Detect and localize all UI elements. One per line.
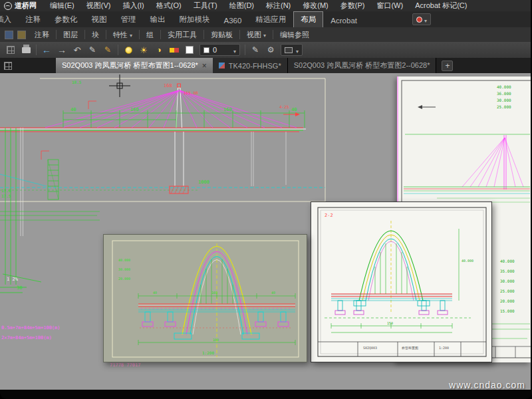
drawing-canvas[interactable]: 40 160 160 40 168 165.08 18.5 1 2% 30 17… bbox=[0, 73, 531, 390]
tower-elevation-label: 165.08 bbox=[184, 90, 198, 95]
undo-icon[interactable] bbox=[72, 44, 82, 56]
lightbulb-icon[interactable] bbox=[123, 44, 134, 56]
stay-cables bbox=[45, 90, 297, 128]
rtab-a360[interactable]: A360 bbox=[217, 14, 249, 27]
sun-icon[interactable] bbox=[138, 44, 149, 56]
menu-draw[interactable]: 绘图(D) bbox=[223, 1, 260, 11]
back-arrow-icon[interactable] bbox=[41, 44, 52, 56]
title-block-cell: S02Q003 bbox=[363, 346, 377, 350]
rtab-featured-apps[interactable]: 精选应用 bbox=[249, 12, 293, 27]
connect-button[interactable] bbox=[412, 13, 431, 25]
panel-view[interactable]: 视图 bbox=[240, 30, 273, 40]
forward-arrow-icon[interactable] bbox=[57, 44, 67, 56]
pylon bbox=[176, 84, 182, 128]
rtab-view[interactable]: 视图 bbox=[85, 12, 114, 27]
ground-line bbox=[0, 174, 325, 190]
tool-palette-icon[interactable] bbox=[5, 31, 13, 39]
menu-view[interactable]: 视图(V) bbox=[80, 1, 117, 11]
title-block-cell: 桥型布置图 bbox=[401, 346, 418, 350]
file-tab-2[interactable]: TK420-FHHSG* bbox=[213, 58, 288, 73]
pylon-base bbox=[170, 132, 188, 194]
color-chips-icon[interactable] bbox=[169, 44, 180, 56]
dimension-lines bbox=[63, 110, 305, 128]
rtab-annotate[interactable]: 注释 bbox=[19, 12, 47, 27]
abutment-hatch bbox=[48, 160, 59, 200]
layer-color-icon bbox=[203, 47, 209, 53]
tower-dim-label: 168 bbox=[164, 83, 172, 88]
panel-layers[interactable]: 图层 bbox=[57, 30, 84, 40]
grid-icon[interactable] bbox=[5, 44, 16, 56]
rtab-addins[interactable]: 附加模块 bbox=[173, 12, 217, 27]
title-block-cell: 1:200 bbox=[439, 346, 449, 350]
menu-window[interactable]: 窗口(W) bbox=[370, 1, 409, 11]
text-style-icon[interactable] bbox=[17, 31, 26, 39]
edit-tool-icon[interactable] bbox=[102, 44, 113, 56]
slope-dim-label: 30 bbox=[17, 285, 22, 291]
arch-bridge-drawing-gray: 40 160 40 100 40.000 30.000 20.000 1:200 bbox=[104, 235, 307, 362]
sheet-frame bbox=[0, 78, 325, 201]
sheet-right-label: 25.000 bbox=[500, 289, 515, 293]
panel-properties[interactable]: 特性 bbox=[106, 30, 139, 40]
dim-label: 40 bbox=[291, 107, 297, 112]
menu-tools[interactable]: 工具(T) bbox=[188, 1, 223, 11]
rtab-insert[interactable]: 插入 bbox=[0, 12, 18, 27]
menu-format[interactable]: 格式(O) bbox=[150, 1, 188, 11]
panel-groups[interactable]: 组 bbox=[140, 30, 160, 40]
dim-lines bbox=[331, 229, 459, 332]
panel-edit-reference[interactable]: 编辑参照 bbox=[273, 30, 316, 40]
crosshair-cursor bbox=[109, 74, 130, 97]
dim-label: 160 bbox=[223, 107, 232, 112]
arch-bridge-preview-white[interactable]: 2-2 bbox=[311, 201, 492, 362]
dim-label: 40 bbox=[70, 107, 76, 112]
lower-left-lines bbox=[0, 211, 100, 220]
print-icon[interactable] bbox=[21, 44, 31, 56]
brightness-icon[interactable] bbox=[154, 44, 164, 56]
panel-annotate[interactable]: 注释 bbox=[28, 30, 56, 40]
color-swatch[interactable] bbox=[184, 44, 195, 56]
rtab-acrobat[interactable]: Acrobat bbox=[324, 14, 364, 27]
pen-tool-icon[interactable] bbox=[87, 44, 98, 56]
rtab-manage[interactable]: 管理 bbox=[114, 12, 143, 27]
chevron-down-icon bbox=[296, 44, 299, 56]
menu-parametric[interactable]: 参数(P) bbox=[334, 1, 371, 11]
arch-bridge-preview-gray[interactable]: 40 160 40 100 40.000 30.000 20.000 1:200 bbox=[103, 234, 307, 362]
dim-label: 160 bbox=[130, 107, 139, 112]
menu-dimension[interactable]: 标注(N) bbox=[260, 1, 297, 11]
section-label: 2-2 bbox=[325, 213, 333, 218]
menu-insert[interactable]: 插入(I) bbox=[116, 1, 150, 11]
autocad-window: 文件(F) 编辑(E) 视图(V) 插入(I) 格式(O) 工具(T) 绘图(D… bbox=[0, 0, 532, 399]
arch-ribs bbox=[359, 231, 423, 301]
sheet-right-label: 15.000 bbox=[500, 309, 515, 313]
panel-block[interactable]: 块 bbox=[85, 30, 106, 40]
elevation-label: 20.000 bbox=[118, 277, 130, 281]
dwg-file-icon bbox=[219, 63, 225, 68]
slope-label: 1 2% bbox=[7, 277, 19, 282]
rtab-parametric[interactable]: 参数化 bbox=[48, 12, 84, 27]
tab-list-icon[interactable] bbox=[4, 62, 12, 70]
close-icon[interactable]: × bbox=[202, 61, 207, 70]
display-dropdown[interactable] bbox=[281, 44, 303, 56]
sheet-top-label: 30.000 bbox=[497, 98, 511, 102]
sheet-top-label: 36.000 bbox=[497, 91, 511, 96]
rtab-output[interactable]: 输出 bbox=[144, 12, 172, 27]
dim-label: 160 bbox=[211, 291, 217, 295]
panel-utilities[interactable]: 实用工具 bbox=[161, 30, 203, 40]
layer-dropdown[interactable]: 0 bbox=[200, 44, 240, 56]
menu-edit[interactable]: 编辑(E) bbox=[44, 1, 80, 11]
cndao-logo-text: 道桥网 bbox=[15, 1, 37, 11]
rtab-layout[interactable]: 布局 bbox=[293, 11, 323, 27]
sheet-right-label: 40.000 bbox=[500, 259, 515, 263]
top-note-label: 18.5 bbox=[72, 80, 82, 84]
elevation-label: 40.000 bbox=[462, 259, 473, 263]
panel-clipboard[interactable]: 剪贴板 bbox=[204, 30, 239, 40]
sheet-right-label: 35.000 bbox=[500, 269, 515, 273]
file-tab-1-label: S02Q003 跨凤凰河桥 桥型布置图1--0628* bbox=[62, 61, 198, 70]
file-tab-1[interactable]: S02Q003 跨凤凰河桥 桥型布置图1--0628* × bbox=[56, 58, 213, 73]
bridge-logo-icon bbox=[4, 2, 12, 10]
new-tab-button[interactable]: + bbox=[442, 61, 453, 71]
menu-modify[interactable]: 修改(M) bbox=[297, 1, 334, 11]
file-tab-3[interactable]: S02Q003 跨凤凰河桥 桥型布置图2--0628* bbox=[288, 58, 437, 73]
gear-icon[interactable] bbox=[265, 44, 276, 56]
annotate-tool-icon[interactable] bbox=[250, 44, 261, 56]
menu-acrobat-markup[interactable]: Acrobat 标记(C) bbox=[409, 1, 473, 11]
